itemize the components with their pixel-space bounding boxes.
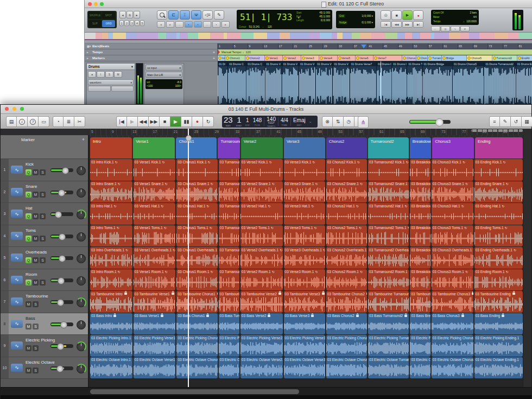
slider-thumb[interactable] bbox=[60, 321, 67, 328]
count-in-button[interactable]: ◎ bbox=[441, 26, 450, 31]
marker-verse2[interactable]: Verse2 bbox=[283, 55, 301, 61]
note-pads-button[interactable]: ✎ bbox=[500, 116, 511, 127]
region[interactable]: 03 Electric Octave Ending.1 bbox=[474, 357, 523, 379]
toolbar-button[interactable]: ▭ bbox=[39, 116, 49, 127]
editors-button[interactable]: ✂ bbox=[74, 116, 85, 127]
pan-knob[interactable] bbox=[77, 232, 86, 242]
midi-merge-button[interactable]: ≋ bbox=[460, 26, 470, 31]
region[interactable]: 03 Electric Octave Breakdown.1 bbox=[410, 357, 430, 379]
region[interactable]: 03 Tambourine Breakdown bbox=[410, 291, 430, 313]
dyn-button[interactable] bbox=[88, 86, 111, 92]
region[interactable]: 03 Ending Toms.1↻ bbox=[474, 225, 523, 247]
region[interactable]: 03 Intro Hat.1↻ bbox=[90, 203, 132, 225]
volume-slider[interactable] bbox=[50, 212, 73, 216]
browsers-button[interactable]: ▦ bbox=[522, 116, 532, 127]
marker-chorus4[interactable]: Chorus4 bbox=[416, 55, 428, 61]
region[interactable]: 03 Electric Octave Chorus2.1 bbox=[326, 357, 367, 379]
pan-knob[interactable] bbox=[77, 342, 86, 351]
audio-region[interactable]: 01 Drums V bbox=[282, 62, 299, 105]
conductor-button[interactable]: ∿ bbox=[451, 26, 460, 31]
play-button[interactable]: ▶ bbox=[402, 10, 413, 20]
solo-button[interactable]: S bbox=[40, 169, 46, 175]
region[interactable]: 03 Electric Octave Verse1.1 bbox=[134, 357, 176, 379]
region[interactable]: 03 Tambourine Verse3 bbox=[284, 291, 325, 313]
flex-quantize-button[interactable]: Q bbox=[26, 236, 31, 242]
region[interactable]: 03 Chorus1 Overheads.1↻ bbox=[176, 247, 217, 269]
forward-button[interactable]: ▶▶ bbox=[149, 116, 160, 127]
region[interactable]: 03 Electric Octave Turnaround2.1 bbox=[368, 357, 409, 379]
mute-button[interactable]: M bbox=[26, 368, 31, 373]
region[interactable]: 03 Tambourine Chorus1 bbox=[176, 291, 217, 313]
solo-button[interactable]: S bbox=[40, 213, 46, 219]
region[interactable]: 03 Chorus2 Kick.1↻ bbox=[326, 159, 367, 181]
region[interactable]: 03 Breakdown Room.1↻ bbox=[410, 269, 430, 291]
region[interactable]: 03 Turnaround2 Snare.1↻ bbox=[368, 181, 409, 203]
region[interactable]: 03 Bass Breakdown bbox=[410, 313, 430, 335]
record-enable-button[interactable]: ● bbox=[88, 71, 96, 78]
solo-button[interactable]: S bbox=[40, 236, 46, 242]
track-header-snare[interactable]: 2∿SnareQMS bbox=[1, 181, 88, 204]
automation-mode-button[interactable] bbox=[111, 86, 134, 92]
stop-button[interactable]: ■ bbox=[391, 10, 402, 20]
region[interactable]: 03 Turnaround2 Toms.1↻ bbox=[368, 225, 409, 247]
region[interactable]: 03 Chorus2 Toms.1↻ bbox=[326, 225, 367, 247]
region[interactable]: 03 Bass Chorus1 bbox=[176, 313, 217, 335]
edit-nav-button[interactable]: ↔ bbox=[203, 21, 211, 28]
audio-region[interactable]: 01 Drums V bbox=[265, 62, 282, 105]
list-editors-button[interactable]: ≡ bbox=[489, 116, 500, 127]
region[interactable]: 03 Electric Picking Turnaround.1 bbox=[219, 335, 239, 357]
region[interactable]: 03 Bass Chorus3 bbox=[432, 313, 473, 335]
slider-thumb[interactable] bbox=[62, 167, 69, 174]
record-button[interactable]: ● bbox=[413, 10, 423, 20]
track-header-tambourine[interactable]: 7∿TambourineMS bbox=[1, 291, 88, 313]
mute-button[interactable]: M bbox=[26, 324, 31, 330]
marker-turnaround2[interactable]: Turnaround2 bbox=[492, 55, 517, 61]
pan-knob[interactable] bbox=[77, 166, 86, 175]
region[interactable]: 03 Electric Picking Chorus2.1 bbox=[326, 335, 367, 357]
flex-quantize-button[interactable]: Q bbox=[26, 192, 31, 198]
region[interactable]: 03 Verse2 Hat.1↻ bbox=[240, 203, 283, 225]
track-header-overheads[interactable]: 5∿OverheadsQMS bbox=[1, 247, 88, 269]
region[interactable]: 03 Chorus3 Toms.1↻ bbox=[432, 225, 473, 247]
region[interactable]: 03 Electric Octave Turnaround.1 bbox=[219, 357, 239, 379]
region[interactable]: 03 Verse1 Snare.1↻ bbox=[134, 181, 176, 203]
quick-help-button[interactable]: ? bbox=[28, 116, 39, 127]
trim-tool-button[interactable]: ⊏ bbox=[168, 10, 179, 20]
region[interactable]: 03 Chorus3 Hat.1↻ bbox=[432, 203, 473, 225]
region[interactable]: 03 Turnaround2 Kick.1↻ bbox=[368, 159, 409, 181]
region[interactable]: 03 Chorus2 Overheads.1↻ bbox=[326, 247, 367, 269]
region[interactable]: 03 Verse3 Overheads.1↻ bbox=[284, 247, 325, 269]
markers-ruler[interactable]: IntrChorus1Chorus2Verse1Verse2Verse3Vers… bbox=[218, 55, 532, 61]
region[interactable]: 03 Verse1 Room.1↻ bbox=[134, 269, 176, 291]
zoom-window-icon[interactable] bbox=[100, 2, 104, 6]
session-lcd[interactable]: Count Off2 bars Meter4/4 Tempo♩ 120.0000 bbox=[431, 10, 479, 25]
track-header-kick[interactable]: 1∿KickQMS bbox=[1, 159, 88, 181]
playhead-marker-icon[interactable] bbox=[361, 45, 366, 48]
stop-button[interactable]: ■ bbox=[160, 116, 170, 127]
add-marker-icon[interactable]: + bbox=[82, 137, 85, 142]
master-volume-slider[interactable] bbox=[409, 120, 451, 124]
region[interactable]: 03 Electric Picking Verse3.1 bbox=[284, 335, 325, 357]
volume-slider[interactable] bbox=[50, 344, 73, 348]
region[interactable]: 03 Tambourine Ending bbox=[474, 291, 523, 313]
audio-region[interactable]: 01 Drums C bbox=[392, 62, 407, 105]
slider-thumb[interactable] bbox=[59, 233, 66, 240]
edit-nav-button[interactable]: ▪ bbox=[212, 21, 220, 28]
pan-knob[interactable] bbox=[77, 210, 86, 219]
slider-thumb[interactable] bbox=[57, 299, 64, 306]
track-header-hat[interactable]: 3∿HatQMS bbox=[1, 203, 88, 225]
region[interactable]: 03 Verse2 Toms.1↻ bbox=[240, 225, 283, 247]
volume-slider[interactable] bbox=[50, 300, 73, 304]
tuner-button[interactable]: ◷ bbox=[344, 116, 354, 127]
flex-quantize-button[interactable]: Q bbox=[26, 169, 31, 175]
volume-slider[interactable] bbox=[50, 366, 73, 370]
region[interactable]: 03 Turnaround2 Overheads.1↻ bbox=[368, 247, 409, 269]
tempo-ruler-label[interactable]: ▸Tempo+ bbox=[85, 49, 218, 55]
pan-left-value[interactable]: <100 bbox=[147, 84, 153, 88]
region[interactable]: 03 Verse1 Overheads.1↻ bbox=[134, 247, 176, 269]
solo-button[interactable]: S bbox=[33, 368, 39, 373]
region[interactable]: 03 Electric Picking Breakdown.1 bbox=[410, 335, 430, 357]
vol-value[interactable]: -8.0 bbox=[176, 80, 181, 84]
audio-region[interactable]: 01 Drums V bbox=[333, 62, 349, 105]
region[interactable]: 03 Verse3 Toms.1↻ bbox=[284, 225, 325, 247]
